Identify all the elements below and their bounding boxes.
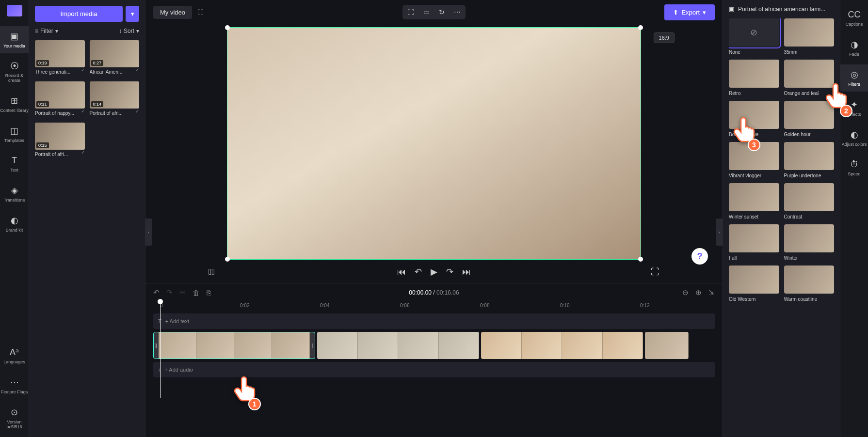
import-dropdown-button[interactable]: ▾	[126, 6, 139, 22]
filter-purple-undertone[interactable]: Purple undertone	[784, 142, 835, 178]
forward-button[interactable]: ↷	[446, 266, 453, 277]
zoom-fit-button[interactable]: ⇲	[708, 288, 715, 297]
duplicate-button[interactable]: ⎘	[207, 289, 211, 297]
video-clip-4[interactable]	[645, 332, 689, 359]
filter-orange-and-teal[interactable]: Orange and teal	[784, 60, 835, 96]
filter-name: Vibrant vlogger	[729, 173, 779, 178]
media-item[interactable]: 0:27African Ameri...✓	[90, 40, 140, 77]
filter-bold-and-blue[interactable]: Bold and blue	[729, 101, 779, 137]
filter-winter-sunset[interactable]: Winter sunset	[729, 183, 779, 219]
export-button[interactable]: ⬆Export▾	[664, 4, 715, 20]
filter-button[interactable]: ≡Filter▾	[35, 28, 58, 34]
video-track: ‖ ‖	[153, 332, 715, 359]
video-preview[interactable]: 16:9	[227, 27, 641, 260]
right-rail-speed[interactable]: ⏱Speed	[840, 155, 868, 181]
fullscreen-button[interactable]: ⛶	[651, 267, 659, 277]
nav-icon: ⊙	[11, 407, 18, 418]
redo-button[interactable]: ↷	[166, 288, 173, 297]
resize-handle-br[interactable]	[638, 257, 643, 262]
left-rail-transitions[interactable]: ◈Transitions	[0, 180, 29, 207]
resize-handle-tl[interactable]	[225, 25, 230, 30]
media-item[interactable]: 0:14Portrait of afri...✓	[90, 81, 140, 118]
cut-button[interactable]: ✂	[179, 288, 186, 297]
filter-warm-coastline[interactable]: Warm coastline	[784, 265, 835, 302]
media-item[interactable]: 0:11Portrait of happy...✓	[35, 81, 85, 118]
text-track[interactable]: T + Add text	[153, 313, 715, 329]
media-thumbnail: 0:14	[90, 81, 140, 109]
rewind-button[interactable]: ↶	[415, 266, 422, 277]
crop-button[interactable]: ⛶	[403, 6, 418, 18]
filter-golden-hour[interactable]: Golden hour	[784, 101, 835, 137]
media-name: Three generati...	[35, 69, 70, 75]
filter-name: Warm coastline	[784, 297, 835, 302]
project-title[interactable]: My video	[153, 6, 192, 19]
filter-thumbnail	[784, 142, 835, 170]
preview-toolbar: ⛶ ▭ ↻ ⋯	[402, 5, 466, 19]
playhead[interactable]	[160, 301, 161, 398]
media-item[interactable]: 0:15Portrait of afri...✓	[35, 123, 85, 159]
left-rail-record-create[interactable]: ⦿Record & create	[0, 56, 29, 88]
video-clip-3[interactable]	[481, 332, 643, 359]
video-clip-1[interactable]: ‖ ‖	[153, 332, 315, 359]
filter-fall[interactable]: Fall	[729, 224, 779, 261]
media-thumbnail: 0:19	[35, 40, 85, 67]
filter--mm[interactable]: 35mm	[784, 18, 835, 55]
right-rail-captions[interactable]: CCCaptions	[840, 5, 868, 31]
resize-handle-bl[interactable]	[225, 257, 230, 262]
zoom-out-button[interactable]: ⊖	[682, 288, 689, 297]
left-rail-templates[interactable]: ◫Templates	[0, 121, 29, 148]
left-rail-brand-kit[interactable]: ◐Brand kit	[0, 210, 29, 237]
filter-retro[interactable]: Retro	[729, 60, 779, 96]
left-rail-text[interactable]: TText	[0, 151, 29, 177]
clip-handle-left[interactable]: ‖	[154, 332, 159, 359]
right-rail-filters[interactable]: ◎Filters	[840, 64, 868, 92]
none-icon: ⊘	[750, 27, 757, 38]
filter-contrast[interactable]: Contrast	[784, 183, 835, 219]
timeline-ruler[interactable]: 00:020:040:060:080:100:12	[153, 301, 715, 312]
left-rail-your-media[interactable]: ▣Your media	[0, 26, 29, 53]
delete-button[interactable]: 🗑	[193, 289, 200, 297]
left-rail-version-ac-f-[interactable]: ⊙Version ac5f516	[0, 402, 29, 434]
ruler-tick: 0:06	[400, 303, 409, 308]
more-options-button[interactable]: ⋯	[450, 6, 465, 18]
rotate-button[interactable]: ↻	[434, 6, 449, 18]
nav-icon: T	[12, 156, 17, 166]
right-rail-effects[interactable]: ✦Effects	[840, 94, 868, 122]
collapse-right-panel[interactable]: ›	[716, 218, 723, 246]
skip-back-button[interactable]: ⏮	[397, 267, 406, 277]
left-rail-feature-flags[interactable]: ⋯Feature Flags	[0, 372, 29, 399]
filter-winter[interactable]: Winter	[784, 224, 835, 261]
property-label: Captions	[846, 22, 863, 27]
filter-name: None	[729, 49, 779, 55]
undo-button[interactable]: ↶	[153, 288, 160, 297]
filter-thumbnail	[729, 60, 779, 88]
filter-vibrant-vlogger[interactable]: Vibrant vlogger	[729, 142, 779, 178]
right-rail-adjust-colors[interactable]: ◐Adjust colors	[840, 125, 868, 152]
sort-button[interactable]: ↕Sort▾	[119, 28, 139, 34]
video-clip-2[interactable]	[317, 332, 479, 359]
media-duration: 0:14	[91, 101, 104, 107]
left-rail-content-library[interactable]: ⊞Content library	[0, 91, 29, 118]
media-thumbnail: 0:11	[35, 81, 85, 109]
clip-handle-right[interactable]: ‖	[310, 332, 315, 359]
skip-forward-button[interactable]: ⏭	[462, 267, 471, 277]
media-duration: 0:19	[36, 60, 49, 66]
media-duration: 0:11	[36, 101, 49, 107]
nav-icon: ◈	[11, 185, 18, 196]
left-rail-languages[interactable]: AᵃLanguages	[0, 342, 29, 369]
aspect-ratio-button[interactable]: 16:9	[654, 32, 675, 43]
play-button[interactable]: ▶	[431, 266, 437, 277]
frame-button[interactable]: ▭	[419, 6, 434, 18]
filter-thumbnail	[784, 60, 835, 88]
right-rail-fade[interactable]: ◑Fade	[840, 34, 868, 62]
filter-none[interactable]: ⊘None	[729, 18, 779, 55]
help-button[interactable]: ?	[691, 248, 708, 265]
nav-label: Content library	[0, 108, 29, 113]
media-item[interactable]: 0:19Three generati...✓	[35, 40, 85, 77]
zoom-in-button[interactable]: ⊕	[695, 288, 702, 297]
resize-handle-tr[interactable]	[638, 25, 643, 30]
import-media-button[interactable]: Import media	[35, 6, 123, 22]
audio-track[interactable]: ♪ + Add audio	[153, 362, 715, 377]
safe-zone-button[interactable]: ▣⃠	[209, 267, 215, 277]
filter-old-western[interactable]: Old Western	[729, 265, 779, 302]
